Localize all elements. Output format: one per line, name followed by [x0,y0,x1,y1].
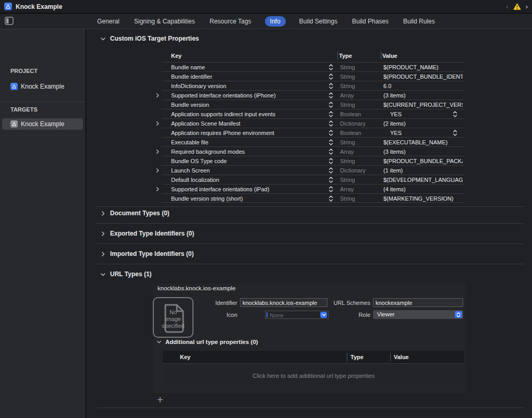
sidebar-item-project[interactable]: Knock Example [2,81,83,92]
info-editor-content: Custom iOS Target Properties Key Type Va… [86,29,532,418]
property-value[interactable]: $(PRODUCT_BUNDLE_PACKA [383,158,463,164]
section-document-types[interactable]: Document Types (0) [100,210,170,217]
key-stepper-icon[interactable] [329,101,333,109]
table-row[interactable]: Supported interface orientations (iPhone… [162,90,464,100]
table-row[interactable]: Bundle OS Type codeString$(PRODUCT_BUNDL… [162,156,464,165]
tab-info[interactable]: Info [265,16,286,27]
key-stepper-icon[interactable] [329,92,333,100]
value-popup-stepper-icon[interactable] [453,110,457,119]
property-key: Required background modes [171,149,245,155]
property-key: Launch Screen [171,167,210,174]
svg-text:specified: specified [162,323,184,329]
table-row[interactable]: Required background modesArray(3 items) [162,146,464,156]
role-popup-button[interactable]: Viewer [373,310,463,319]
sidebar-divider [0,102,86,102]
property-value[interactable]: $(PRODUCT_NAME) [383,64,463,70]
additional-url-type-properties-header[interactable]: Additional url type properties (0) [156,339,258,345]
key-stepper-icon[interactable] [329,73,333,81]
table-row[interactable]: Bundle versionString$(CURRENT_PROJECT_VE… [162,100,464,109]
section-url-types[interactable]: URL Types (1) [100,271,152,278]
target-icon [10,120,18,128]
table-row[interactable]: Bundle nameString$(PRODUCT_NAME) [162,62,464,71]
chevron-down-icon [100,272,106,277]
property-value[interactable]: 6.0 [383,83,463,89]
chevron-right-icon[interactable] [155,168,160,173]
property-value[interactable]: (2 items) [383,120,463,127]
table-row[interactable]: Application Scene ManifestDictionary(2 i… [162,118,464,128]
table-row[interactable]: Application requires iPhone environmentB… [162,128,464,137]
section-divider [96,223,524,224]
table-row[interactable]: Bundle identifierString$(PRODUCT_BUNDLE_… [162,71,464,81]
section-exported-type-identifiers[interactable]: Exported Type Identifiers (0) [100,230,194,237]
key-stepper-icon[interactable] [329,139,333,147]
window-title: Knock Example [16,3,62,10]
key-stepper-icon[interactable] [329,186,333,194]
property-value[interactable]: $(PRODUCT_BUNDLE_IDENT [383,73,463,80]
property-type: String [340,102,355,108]
chevron-down-icon [156,339,162,345]
tab-signing-capabilities[interactable]: Signing & Capabilities [133,16,196,27]
table-row[interactable]: Launch ScreenDictionary(1 item) [162,165,464,175]
key-stepper-icon[interactable] [329,82,333,91]
property-key: Bundle name [171,64,205,70]
chevron-right-icon[interactable] [155,187,160,192]
url-schemes-field[interactable]: knockexample [373,298,463,307]
add-property-placeholder-row[interactable]: Click here to add additional url type pr… [163,363,464,387]
table-row[interactable]: InfoDictionary versionString6.0 [162,81,464,90]
combobox-dropdown-icon[interactable] [320,312,327,318]
table-row[interactable]: Supported interface orientations (iPad)A… [162,184,464,193]
tab-build-settings[interactable]: Build Settings [298,16,338,27]
chevron-right-icon[interactable] [155,149,160,154]
nav-forward-chevron-icon[interactable]: › [526,3,528,10]
sidebar-toggle-icon[interactable] [5,17,14,25]
section-title: Custom iOS Target Properties [110,35,199,42]
table-row[interactable]: Application supports indirect input even… [162,109,464,118]
key-stepper-icon[interactable] [329,157,333,166]
chevron-right-icon[interactable] [155,93,160,98]
property-value[interactable]: (3 items) [383,92,463,99]
key-stepper-icon[interactable] [329,195,333,203]
key-stepper-icon[interactable] [329,110,333,119]
section-custom-ios-target-properties[interactable]: Custom iOS Target Properties [100,35,199,42]
property-value[interactable]: (3 items) [383,149,463,155]
tab-resource-tags[interactable]: Resource Tags [209,16,252,27]
column-header-value: Value [382,53,397,59]
url-type-image-well[interactable]: No image specified [153,297,194,338]
project-sidebar: PROJECT Knock Example TARGETS Knock Exam… [0,29,86,418]
tab-build-rules[interactable]: Build Rules [402,16,436,27]
table-row[interactable]: Default localizationString$(DEVELOPMENT_… [162,175,464,184]
sidebar-item-target[interactable]: Knock Example [2,118,83,130]
property-value[interactable]: YES [390,130,469,136]
property-value[interactable]: $(CURRENT_PROJECT_VERS [383,102,463,108]
property-value[interactable]: YES [390,111,469,117]
placeholder-text: Click here to add additional url type pr… [252,373,374,379]
tab-build-phases[interactable]: Build Phases [351,16,390,27]
property-value[interactable]: $(DEVELOPMENT_LANGUAGI [383,177,463,183]
property-value[interactable]: (4 items) [383,186,463,192]
property-value[interactable]: (1 item) [383,167,463,174]
identifier-field[interactable]: knocklabs.knock.ios-example [240,298,328,307]
key-stepper-icon[interactable] [329,176,333,185]
chevron-right-icon[interactable] [155,121,160,126]
tab-general[interactable]: General [96,16,120,27]
project-icon [10,83,18,90]
key-stepper-icon[interactable] [329,129,333,138]
url-type-item-title: knocklabs.knock.ios-example [158,285,236,291]
key-stepper-icon[interactable] [329,120,333,128]
key-stepper-icon[interactable] [329,148,333,156]
add-url-type-button[interactable]: + [154,394,166,405]
project-app-icon [4,3,12,10]
section-divider [96,264,524,264]
nav-back-chevron-icon[interactable]: ‹ [506,3,508,10]
table-row[interactable]: Bundle version string (short)String$(MAR… [162,193,464,203]
value-popup-stepper-icon[interactable] [453,129,457,138]
property-value[interactable]: $(EXECUTABLE_NAME) [383,139,463,145]
key-stepper-icon[interactable] [329,64,333,72]
icon-combobox[interactable]: None [265,311,329,319]
property-key: Application supports indirect input even… [171,111,275,117]
key-stepper-icon[interactable] [329,167,333,175]
property-value[interactable]: $(MARKETING_VERSION) [383,195,463,202]
warning-triangle-icon[interactable] [513,3,521,10]
section-imported-type-identifiers[interactable]: Imported Type Identifiers (0) [100,250,194,257]
table-row[interactable]: Executable fileString$(EXECUTABLE_NAME) [162,137,464,146]
